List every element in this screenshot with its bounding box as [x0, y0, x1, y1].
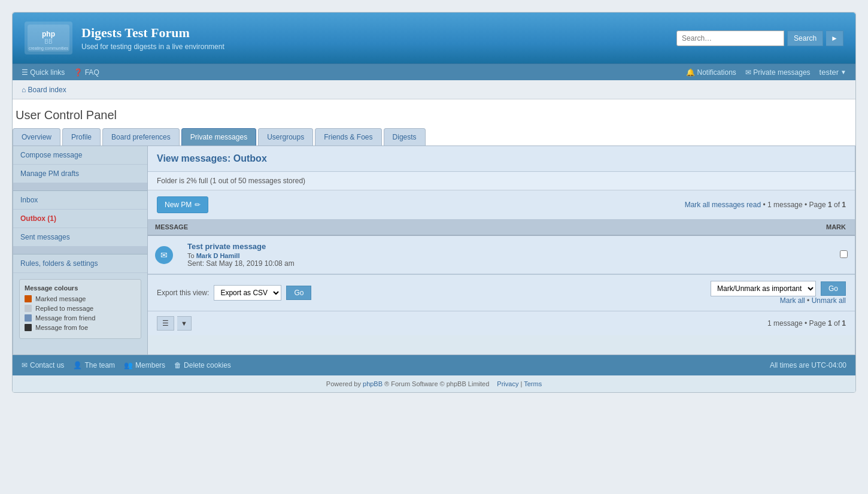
svg-text:BB: BB — [44, 38, 53, 45]
sidebar-sent[interactable]: Sent messages — [13, 228, 147, 247]
msg-icon-cell: ✉ — [148, 235, 180, 274]
unmark-all-link[interactable]: Unmark all — [812, 296, 846, 305]
main-content: Compose message Manage PM drafts Inbox O… — [13, 146, 855, 355]
footer-timezone: All times are UTC-04:00 — [770, 361, 846, 369]
logo-area: php BB creating communities Digests Test… — [25, 22, 224, 54]
svg-text:creating communities: creating communities — [29, 46, 69, 51]
advanced-search-button[interactable]: ► — [826, 31, 843, 46]
members-icon: 👥 — [124, 361, 133, 369]
private-messages-nav[interactable]: ✉ Private messages — [745, 68, 811, 77]
view-header: View messages: Outbox — [148, 146, 855, 172]
members-link[interactable]: 👥 Members — [124, 361, 165, 369]
messages-table: MESSAGE MARK ✉ Test private message — [148, 219, 855, 274]
tab-private-messages[interactable]: Private messages — [181, 128, 256, 146]
user-dropdown-arrow: ▼ — [840, 69, 846, 75]
breadcrumb-bar: Board index — [13, 80, 855, 99]
faq-nav[interactable]: ❓ FAQ — [74, 68, 99, 77]
msg-subject-link[interactable]: Test private message — [187, 242, 266, 251]
search-button[interactable]: Search — [787, 31, 823, 46]
msg-content-cell: Test private message To Mark D Hamill Se… — [180, 235, 701, 274]
sidebar-inbox[interactable]: Inbox — [13, 191, 147, 210]
msg-type-icon: ✉ — [155, 246, 173, 264]
export-go-button[interactable]: Go — [286, 286, 311, 300]
nav-bar: ☰ Quick links ❓ FAQ 🔔 Notifications ✉ Pr… — [13, 63, 855, 80]
mark-all-read-link[interactable]: Mark all messages read — [685, 201, 761, 209]
contact-us-link[interactable]: ✉ Contact us — [22, 361, 64, 369]
site-subtitle: Used for testing digests in a live envir… — [81, 43, 224, 51]
footer-bar: ✉ Contact us 👤 The team 👥 Members 🗑 Dele… — [13, 355, 855, 375]
nav-right: 🔔 Notifications ✉ Private messages teste… — [686, 68, 846, 77]
colour-marked: Marked message — [25, 295, 136, 302]
tab-board-preferences[interactable]: Board preferences — [102, 128, 180, 146]
site-logo: php BB creating communities — [25, 22, 72, 54]
msg-mark-checkbox[interactable] — [840, 250, 848, 258]
notifications-nav[interactable]: 🔔 Notifications — [686, 68, 736, 77]
colour-replied: Replied to message — [25, 305, 136, 312]
username: tester — [820, 68, 839, 77]
bottom-action-bar: ☰ ▼ 1 message • Page 1 of 1 — [148, 311, 855, 335]
nav-left: ☰ Quick links ❓ FAQ — [22, 68, 99, 77]
action-bar: Export this view: Export as CSV Go Mark/… — [148, 274, 855, 311]
contact-icon: ✉ — [22, 361, 28, 369]
quick-links-nav[interactable]: ☰ Quick links — [22, 68, 65, 77]
mark-go-button[interactable]: Go — [821, 281, 846, 296]
mark-action-select[interactable]: Mark/Unmark as important — [711, 281, 816, 296]
team-icon: 👤 — [73, 361, 82, 369]
user-menu[interactable]: tester ▼ — [820, 68, 846, 77]
mark-links: Mark all • Unmark all — [711, 296, 846, 305]
message-colours-box: Message colours Marked message Replied t… — [19, 279, 141, 339]
icon-buttons: ☰ ▼ — [157, 316, 192, 331]
privacy-link[interactable]: Privacy — [497, 380, 518, 387]
marked-swatch — [25, 295, 32, 302]
friend-swatch — [25, 314, 32, 322]
msg-date: Sent: Sat May 18, 2019 10:08 am — [187, 259, 694, 268]
tab-overview[interactable]: Overview — [13, 128, 60, 146]
sort-icon-btn[interactable]: ☰ — [157, 316, 174, 331]
tab-friends-foes[interactable]: Friends & Foes — [315, 128, 381, 146]
sidebar: Compose message Manage PM drafts Inbox O… — [13, 146, 148, 354]
msg-checkbox-cell — [701, 235, 855, 274]
table-row: ✉ Test private message To Mark D Hamill — [148, 235, 855, 274]
the-team-link[interactable]: 👤 The team — [73, 361, 115, 369]
right-panel: View messages: Outbox Folder is 2% full … — [148, 146, 855, 354]
site-title: Digests Test Forum — [81, 25, 224, 41]
msg-to-line: To Mark D Hamill — [187, 252, 694, 259]
colour-friend: Message from friend — [25, 314, 136, 322]
mark-all-link[interactable]: Mark all — [780, 296, 805, 305]
new-pm-button[interactable]: New PM ✏ — [157, 196, 208, 213]
folder-info: Folder is 2% full (1 out of 50 messages … — [148, 172, 855, 190]
tab-usergroups[interactable]: Usergroups — [258, 128, 313, 146]
export-area: Export this view: Export as CSV Go — [157, 285, 311, 301]
tab-profile[interactable]: Profile — [62, 128, 101, 146]
cookie-icon: 🗑 — [174, 361, 181, 369]
search-input[interactable] — [676, 31, 784, 46]
view-title: View messages: Outbox — [157, 153, 846, 164]
pagination-top: Mark all messages read • 1 message • Pag… — [685, 201, 846, 209]
search-area: Search ► — [676, 31, 843, 46]
msg-recipient: Mark D Hamill — [196, 252, 240, 259]
sidebar-rules-header — [13, 247, 147, 254]
export-select[interactable]: Export as CSV — [214, 285, 281, 301]
phpbb-link[interactable]: phpBB — [363, 380, 383, 387]
message-col-header: MESSAGE — [148, 219, 701, 235]
sidebar-manage-drafts[interactable]: Manage PM drafts — [13, 165, 147, 183]
sort-dropdown-btn[interactable]: ▼ — [177, 316, 192, 331]
mark-select-area: Mark/Unmark as important Go — [711, 281, 846, 296]
replied-swatch — [25, 305, 32, 312]
foe-swatch — [25, 324, 32, 331]
mark-col-header: MARK — [701, 219, 855, 235]
colour-foe: Message from foe — [25, 324, 136, 331]
sidebar-outbox[interactable]: Outbox (1) — [13, 210, 147, 228]
tab-digests[interactable]: Digests — [384, 128, 426, 146]
msg-colours-title: Message colours — [25, 284, 136, 292]
sidebar-compose[interactable]: Compose message — [13, 146, 147, 165]
tabs-row: Overview Profile Board preferences Priva… — [13, 128, 855, 146]
msg-actions-bar: New PM ✏ Mark all messages read • 1 mess… — [148, 190, 855, 219]
sidebar-inbox-header — [13, 183, 147, 191]
breadcrumb-board-index[interactable]: Board index — [22, 86, 66, 94]
site-title-area: Digests Test Forum Used for testing dige… — [81, 25, 224, 51]
terms-link[interactable]: Terms — [524, 380, 542, 387]
delete-cookies-link[interactable]: 🗑 Delete cookies — [174, 361, 231, 369]
site-header: php BB creating communities Digests Test… — [13, 13, 855, 63]
sidebar-rules[interactable]: Rules, folders & settings — [13, 254, 147, 273]
